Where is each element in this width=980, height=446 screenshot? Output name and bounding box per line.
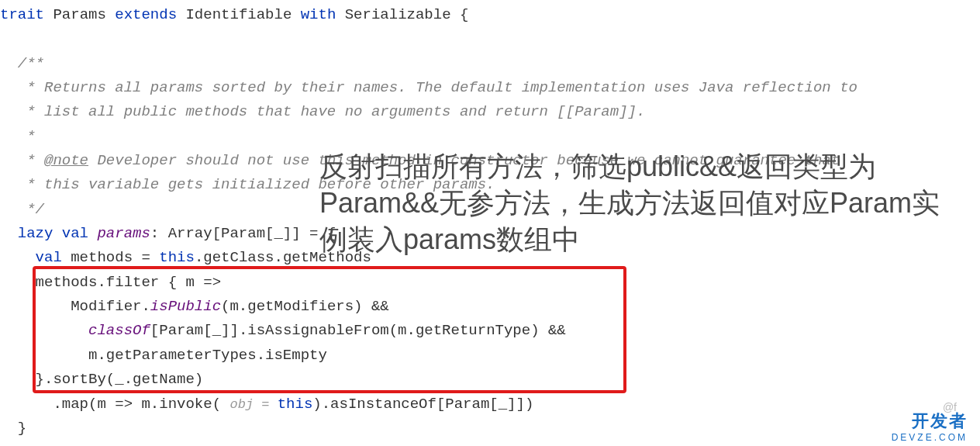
sortby-line: }.sortBy(_.getName) [0,368,980,392]
doc-comment-line: * [0,125,980,149]
mixin-class: Serializable [345,6,451,23]
keyword-val: val [0,249,71,266]
class-name: Params [53,6,105,23]
doc-comment-line: * Returns all params sorted by their nam… [0,76,980,100]
keyword-trait: trait [0,6,53,23]
doc-comment-line: * list all public methods that have no a… [0,103,557,120]
filter-cond1: (m.getModifiers) && [221,298,389,315]
doc-comment-text: Developer should not use this method in … [88,152,840,169]
map-prefix: .map(m => m.invoke( [0,396,229,413]
filter-open: methods.filter { m => [0,271,980,295]
method-chain: .getClass.getMethods [195,249,371,266]
keyword-lazy-val: lazy val [0,225,97,242]
keyword-this: this [159,249,195,266]
keyword-extends: extends [106,6,186,23]
block-close: } [0,417,980,441]
doc-comment-line: * this variable gets initialized before … [0,173,980,197]
parent-class: Identifiable [185,6,292,23]
classof: classOf [88,322,150,339]
doc-comment-open: /** [0,52,980,76]
doc-comment-prefix: * [0,152,44,169]
doc-annotation-note: @note [44,152,88,169]
indent [0,322,88,339]
assign: = [133,249,159,266]
keyword-this: this [278,396,313,413]
val-methods: methods [71,249,133,266]
param-hint-obj: obj = [229,397,277,412]
val-params: params [97,225,150,242]
doc-link-target: Param [575,103,619,120]
modifier-prefix: Modifier. [0,298,150,315]
map-suffix: ).asInstanceOf[Param[_]]) [312,396,533,413]
doc-link-open: [[ [557,103,575,120]
code-block: trait Params extends Identifiable with S… [0,3,980,441]
method-ispublic: isPublic [150,298,221,315]
doc-link-close: ]] [619,103,637,120]
keyword-with: with [292,6,344,23]
filter-cond2: [Param[_]].isAssignableFrom(m.getReturnT… [150,322,566,339]
doc-period: . [637,103,645,120]
doc-comment-close: */ [0,198,980,222]
filter-cond3: m.getParameterTypes.isEmpty [0,344,980,368]
type-annotation: : Array[Param[_]] = { [150,225,336,242]
brace-open: { [451,6,469,23]
